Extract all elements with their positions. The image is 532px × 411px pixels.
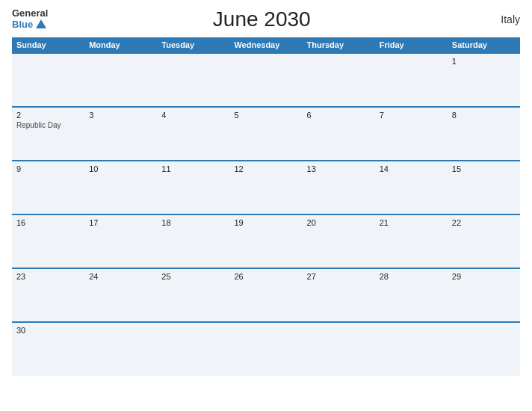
- calendar-cell: 12: [229, 161, 302, 214]
- calendar-cell: 19: [229, 214, 302, 268]
- calendar-cell: 7: [375, 107, 448, 161]
- calendar-cell: 28: [375, 268, 448, 322]
- week-row-1: 2Republic Day345678: [12, 107, 520, 161]
- header: General Blue June 2030 Italy: [12, 7, 520, 31]
- weekday-header-wednesday: Wednesday: [229, 37, 302, 53]
- calendar-cell: 4: [157, 107, 229, 161]
- weekday-header-friday: Friday: [375, 37, 448, 53]
- calendar-cell: 1: [448, 53, 520, 107]
- weekday-header-monday: Monday: [84, 37, 157, 53]
- calendar-cell: [84, 322, 157, 376]
- week-row-3: 16171819202122: [12, 214, 520, 268]
- day-number: 1: [452, 57, 516, 66]
- calendar-cell: 10: [84, 161, 157, 214]
- day-number: 12: [234, 164, 297, 173]
- week-row-2: 9101112131415: [12, 161, 520, 214]
- day-number: 5: [234, 111, 297, 120]
- svg-marker-0: [36, 19, 46, 28]
- weekday-header-thursday: Thursday: [303, 37, 375, 53]
- day-number: 4: [161, 111, 225, 120]
- page: General Blue June 2030 Italy SundayMonda…: [0, 0, 532, 411]
- day-number: 25: [161, 272, 225, 281]
- day-number: 15: [452, 164, 516, 173]
- calendar-cell: [375, 53, 448, 107]
- day-number: 30: [16, 326, 80, 335]
- calendar-cell: 20: [303, 214, 375, 268]
- logo: General Blue: [12, 8, 48, 31]
- week-row-0: 1: [12, 53, 520, 107]
- calendar-cell: 2Republic Day: [12, 107, 84, 161]
- day-number: 11: [161, 164, 225, 173]
- calendar-cell: [229, 322, 302, 376]
- logo-blue-text: Blue: [12, 19, 33, 29]
- day-number: 23: [16, 272, 80, 281]
- logo-general-text: General: [12, 8, 48, 18]
- day-number: 2: [16, 111, 80, 120]
- day-number: 17: [89, 218, 152, 227]
- calendar-cell: 25: [157, 268, 229, 322]
- weekday-header-saturday: Saturday: [448, 37, 520, 53]
- calendar-table: SundayMondayTuesdayWednesdayThursdayFrid…: [12, 37, 520, 376]
- calendar-title: June 2030: [48, 7, 475, 31]
- calendar-cell: 14: [375, 161, 448, 214]
- day-number: 28: [380, 272, 443, 281]
- calendar-cell: [157, 53, 229, 107]
- calendar-cell: 13: [303, 161, 375, 214]
- day-number: 3: [89, 111, 152, 120]
- calendar-cell: 27: [303, 268, 375, 322]
- day-number: 22: [452, 218, 516, 227]
- weekday-header-tuesday: Tuesday: [157, 37, 229, 53]
- calendar-cell: 17: [84, 214, 157, 268]
- day-number: 6: [307, 111, 371, 120]
- calendar-cell: 30: [12, 322, 84, 376]
- country-label: Italy: [475, 13, 520, 25]
- day-number: 29: [452, 272, 516, 281]
- day-number: 8: [452, 111, 516, 120]
- calendar-cell: [157, 322, 229, 376]
- calendar-cell: 5: [229, 107, 302, 161]
- calendar-cell: [375, 322, 448, 376]
- calendar-cell: 8: [448, 107, 520, 161]
- calendar-cell: 16: [12, 214, 84, 268]
- holiday-label: Republic Day: [16, 121, 80, 129]
- day-number: 27: [307, 272, 371, 281]
- calendar-cell: 21: [375, 214, 448, 268]
- day-number: 16: [16, 218, 80, 227]
- day-number: 18: [161, 218, 225, 227]
- day-number: 20: [307, 218, 371, 227]
- calendar-cell: [12, 53, 84, 107]
- day-number: 24: [89, 272, 152, 281]
- calendar-cell: 24: [84, 268, 157, 322]
- day-number: 7: [380, 111, 443, 120]
- day-number: 26: [234, 272, 297, 281]
- calendar-cell: 11: [157, 161, 229, 214]
- calendar-cell: [303, 53, 375, 107]
- day-number: 19: [234, 218, 297, 227]
- calendar-cell: 6: [303, 107, 375, 161]
- calendar-cell: [84, 53, 157, 107]
- calendar-cell: 26: [229, 268, 302, 322]
- day-number: 9: [16, 164, 80, 173]
- calendar-cell: 29: [448, 268, 520, 322]
- calendar-cell: 23: [12, 268, 84, 322]
- week-row-4: 23242526272829: [12, 268, 520, 322]
- calendar-cell: 3: [84, 107, 157, 161]
- week-row-5: 30: [12, 322, 520, 376]
- calendar-cell: [303, 322, 375, 376]
- weekday-header-sunday: Sunday: [12, 37, 84, 53]
- day-number: 14: [380, 164, 443, 173]
- calendar-cell: 15: [448, 161, 520, 214]
- day-number: 13: [307, 164, 371, 173]
- calendar-cell: 18: [157, 214, 229, 268]
- calendar-cell: 9: [12, 161, 84, 214]
- calendar-cell: 22: [448, 214, 520, 268]
- day-number: 21: [380, 218, 443, 227]
- logo-icon: [34, 18, 48, 31]
- calendar-cell: [229, 53, 302, 107]
- weekday-header-row: SundayMondayTuesdayWednesdayThursdayFrid…: [12, 37, 520, 53]
- day-number: 10: [89, 164, 152, 173]
- calendar-cell: [448, 322, 520, 376]
